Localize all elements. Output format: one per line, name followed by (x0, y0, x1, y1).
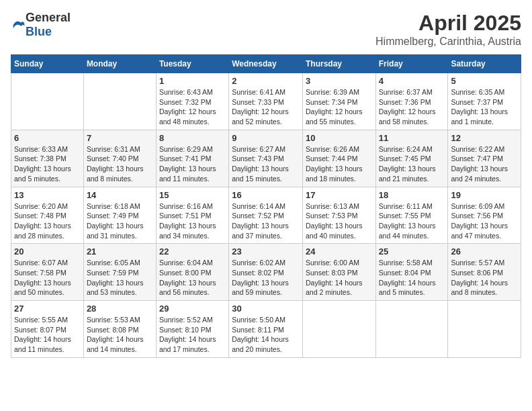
calendar-cell: 16Sunrise: 6:14 AM Sunset: 7:52 PM Dayli… (229, 187, 303, 244)
day-of-week-header: Wednesday (229, 55, 303, 73)
day-number: 30 (232, 304, 300, 314)
day-number: 21 (87, 246, 153, 257)
day-info: Sunrise: 6:00 AM Sunset: 8:03 PM Dayligh… (306, 258, 373, 298)
day-info: Sunrise: 5:50 AM Sunset: 8:11 PM Dayligh… (232, 315, 300, 355)
day-number: 9 (232, 133, 300, 143)
day-number: 2 (232, 76, 300, 86)
page-header: General Blue April 2025 Himmelberg, Cari… (11, 11, 521, 48)
day-number: 18 (379, 190, 445, 200)
day-of-week-header: Friday (375, 55, 448, 73)
day-number: 22 (159, 246, 226, 257)
day-number: 7 (87, 133, 153, 143)
day-info: Sunrise: 6:31 AM Sunset: 7:40 PM Dayligh… (87, 144, 153, 184)
day-info: Sunrise: 6:43 AM Sunset: 7:32 PM Dayligh… (159, 87, 226, 127)
day-info: Sunrise: 6:24 AM Sunset: 7:45 PM Dayligh… (379, 144, 445, 184)
day-info: Sunrise: 6:05 AM Sunset: 7:59 PM Dayligh… (87, 258, 153, 298)
day-of-week-header: Tuesday (156, 55, 228, 73)
day-number: 17 (306, 190, 373, 200)
day-number: 14 (87, 190, 153, 200)
day-number: 5 (451, 76, 518, 86)
calendar-cell: 30Sunrise: 5:50 AM Sunset: 8:11 PM Dayli… (229, 301, 303, 358)
day-info: Sunrise: 5:57 AM Sunset: 8:06 PM Dayligh… (451, 258, 518, 298)
day-number: 27 (14, 304, 81, 314)
day-info: Sunrise: 6:09 AM Sunset: 7:56 PM Dayligh… (451, 201, 518, 241)
logo-general-text: General (26, 11, 71, 24)
calendar-cell: 6Sunrise: 6:33 AM Sunset: 7:38 PM Daylig… (11, 130, 84, 187)
calendar-cell: 29Sunrise: 5:52 AM Sunset: 8:10 PM Dayli… (156, 301, 228, 358)
calendar-cell: 7Sunrise: 6:31 AM Sunset: 7:40 PM Daylig… (83, 130, 156, 187)
calendar-cell: 18Sunrise: 6:11 AM Sunset: 7:55 PM Dayli… (375, 187, 448, 244)
day-of-week-header: Sunday (11, 55, 84, 73)
calendar-cell: 23Sunrise: 6:02 AM Sunset: 8:02 PM Dayli… (229, 244, 303, 301)
calendar-cell (448, 301, 521, 358)
day-info: Sunrise: 5:53 AM Sunset: 8:08 PM Dayligh… (87, 315, 153, 355)
calendar-cell: 14Sunrise: 6:18 AM Sunset: 7:49 PM Dayli… (83, 187, 156, 244)
day-info: Sunrise: 6:41 AM Sunset: 7:33 PM Dayligh… (232, 87, 300, 127)
day-info: Sunrise: 6:37 AM Sunset: 7:36 PM Dayligh… (379, 87, 445, 127)
calendar-week-row: 27Sunrise: 5:55 AM Sunset: 8:07 PM Dayli… (11, 301, 521, 358)
calendar-cell: 24Sunrise: 6:00 AM Sunset: 8:03 PM Dayli… (302, 244, 375, 301)
calendar-cell: 5Sunrise: 6:35 AM Sunset: 7:37 PM Daylig… (448, 73, 521, 130)
calendar-cell (375, 301, 448, 358)
day-info: Sunrise: 6:22 AM Sunset: 7:47 PM Dayligh… (451, 144, 518, 184)
logo-blue-text: Blue (26, 25, 52, 38)
day-info: Sunrise: 5:55 AM Sunset: 8:07 PM Dayligh… (14, 315, 81, 355)
calendar-cell: 12Sunrise: 6:22 AM Sunset: 7:47 PM Dayli… (448, 130, 521, 187)
day-info: Sunrise: 5:58 AM Sunset: 8:04 PM Dayligh… (379, 258, 445, 298)
day-number: 26 (451, 246, 518, 257)
day-info: Sunrise: 6:27 AM Sunset: 7:43 PM Dayligh… (232, 144, 300, 184)
day-number: 23 (232, 246, 300, 257)
calendar-cell: 20Sunrise: 6:07 AM Sunset: 7:58 PM Dayli… (11, 244, 84, 301)
main-title: April 2025 (375, 11, 521, 36)
calendar-cell: 11Sunrise: 6:24 AM Sunset: 7:45 PM Dayli… (375, 130, 448, 187)
day-info: Sunrise: 6:14 AM Sunset: 7:52 PM Dayligh… (232, 201, 300, 241)
calendar-cell: 1Sunrise: 6:43 AM Sunset: 7:32 PM Daylig… (156, 73, 228, 130)
day-number: 29 (159, 304, 226, 314)
day-of-week-header: Thursday (302, 55, 375, 73)
day-of-week-header: Saturday (448, 55, 521, 73)
day-info: Sunrise: 6:39 AM Sunset: 7:34 PM Dayligh… (306, 87, 373, 127)
day-info: Sunrise: 6:18 AM Sunset: 7:49 PM Dayligh… (87, 201, 153, 241)
calendar-cell: 13Sunrise: 6:20 AM Sunset: 7:48 PM Dayli… (11, 187, 84, 244)
day-info: Sunrise: 6:26 AM Sunset: 7:44 PM Dayligh… (306, 144, 373, 184)
day-number: 28 (87, 304, 153, 314)
day-info: Sunrise: 6:16 AM Sunset: 7:51 PM Dayligh… (159, 201, 226, 241)
title-area: April 2025 Himmelberg, Carinthia, Austri… (375, 11, 521, 48)
calendar-cell: 19Sunrise: 6:09 AM Sunset: 7:56 PM Dayli… (448, 187, 521, 244)
logo: General Blue (11, 11, 71, 39)
calendar-cell: 8Sunrise: 6:29 AM Sunset: 7:41 PM Daylig… (156, 130, 228, 187)
calendar-cell: 21Sunrise: 6:05 AM Sunset: 7:59 PM Dayli… (83, 244, 156, 301)
day-info: Sunrise: 6:04 AM Sunset: 8:00 PM Dayligh… (159, 258, 226, 298)
day-info: Sunrise: 6:20 AM Sunset: 7:48 PM Dayligh… (14, 201, 81, 241)
day-number: 12 (451, 133, 518, 143)
day-info: Sunrise: 6:33 AM Sunset: 7:38 PM Dayligh… (14, 144, 81, 184)
day-info: Sunrise: 6:13 AM Sunset: 7:53 PM Dayligh… (306, 201, 373, 241)
calendar-cell: 3Sunrise: 6:39 AM Sunset: 7:34 PM Daylig… (302, 73, 375, 130)
calendar-header-row: SundayMondayTuesdayWednesdayThursdayFrid… (11, 55, 521, 73)
day-number: 6 (14, 133, 81, 143)
calendar-cell: 10Sunrise: 6:26 AM Sunset: 7:44 PM Dayli… (302, 130, 375, 187)
calendar-cell (83, 73, 156, 130)
calendar-cell: 2Sunrise: 6:41 AM Sunset: 7:33 PM Daylig… (229, 73, 303, 130)
calendar-week-row: 6Sunrise: 6:33 AM Sunset: 7:38 PM Daylig… (11, 130, 521, 187)
day-number: 11 (379, 133, 445, 143)
calendar-cell: 17Sunrise: 6:13 AM Sunset: 7:53 PM Dayli… (302, 187, 375, 244)
calendar-table: SundayMondayTuesdayWednesdayThursdayFrid… (11, 54, 521, 358)
day-info: Sunrise: 5:52 AM Sunset: 8:10 PM Dayligh… (159, 315, 226, 355)
calendar-cell: 26Sunrise: 5:57 AM Sunset: 8:06 PM Dayli… (448, 244, 521, 301)
calendar-cell (302, 301, 375, 358)
calendar-cell: 28Sunrise: 5:53 AM Sunset: 8:08 PM Dayli… (83, 301, 156, 358)
day-number: 3 (306, 76, 373, 86)
day-info: Sunrise: 6:11 AM Sunset: 7:55 PM Dayligh… (379, 201, 445, 241)
calendar-week-row: 13Sunrise: 6:20 AM Sunset: 7:48 PM Dayli… (11, 187, 521, 244)
day-number: 10 (306, 133, 373, 143)
calendar-cell: 4Sunrise: 6:37 AM Sunset: 7:36 PM Daylig… (375, 73, 448, 130)
calendar-week-row: 20Sunrise: 6:07 AM Sunset: 7:58 PM Dayli… (11, 244, 521, 301)
calendar-cell: 27Sunrise: 5:55 AM Sunset: 8:07 PM Dayli… (11, 301, 84, 358)
day-number: 20 (14, 246, 81, 257)
day-number: 1 (159, 76, 226, 86)
calendar-week-row: 1Sunrise: 6:43 AM Sunset: 7:32 PM Daylig… (11, 73, 521, 130)
day-info: Sunrise: 6:29 AM Sunset: 7:41 PM Dayligh… (159, 144, 226, 184)
day-number: 16 (232, 190, 300, 200)
calendar-cell: 15Sunrise: 6:16 AM Sunset: 7:51 PM Dayli… (156, 187, 228, 244)
